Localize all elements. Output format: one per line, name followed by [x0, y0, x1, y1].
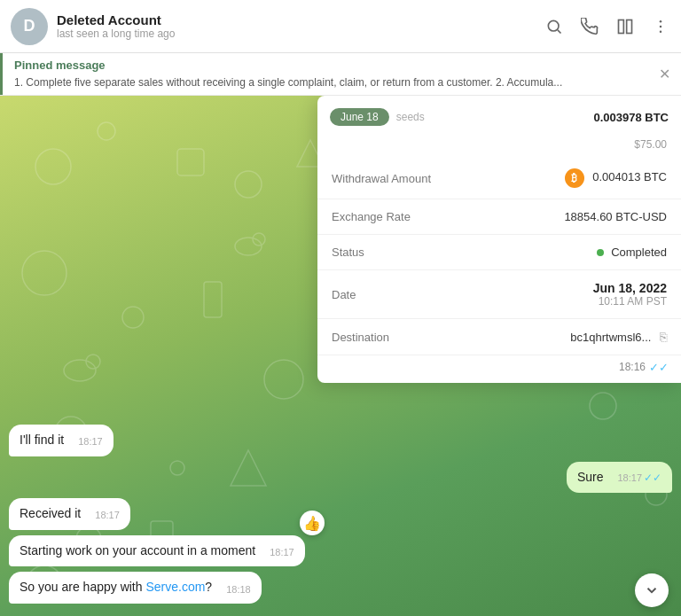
- card-time: 18:16: [619, 361, 646, 374]
- search-icon[interactable]: [544, 17, 564, 36]
- phone-icon[interactable]: [580, 17, 599, 36]
- message-time: 18:18: [226, 583, 251, 597]
- bubble-incoming: Starting work on your account in a momen…: [9, 535, 305, 567]
- svg-rect-3: [627, 19, 632, 33]
- bubble-outgoing: Sure 18:17 ✓✓: [567, 462, 672, 494]
- seeds-label: seeds: [396, 111, 425, 123]
- exchange-value: 18854.60 BTC-USD: [564, 210, 667, 223]
- columns-icon[interactable]: [615, 17, 635, 36]
- status-dot: [597, 249, 604, 256]
- chat-area: June 18 seeds 0.003978 BTC $75.00 Withdr…: [0, 96, 681, 616]
- pinned-text: 1. Complete five separate sales without …: [14, 76, 562, 89]
- exchange-label: Exchange Rate: [332, 210, 411, 223]
- status-value: Completed: [597, 246, 668, 259]
- thumb-reaction: 👍: [300, 511, 325, 535]
- message-time: 18:17: [270, 546, 294, 559]
- close-icon[interactable]: ✕: [652, 66, 670, 82]
- svg-point-5: [660, 25, 662, 27]
- bubble-text: So you are happy with Serve.com?: [20, 579, 212, 597]
- message-row: Sure 18:17 ✓✓: [9, 462, 672, 494]
- more-icon[interactable]: [651, 17, 670, 36]
- read-receipt-icon: ✓✓: [644, 471, 661, 486]
- btc-icon: ₿: [565, 168, 584, 188]
- contact-status: last seen a long time ago: [57, 27, 544, 40]
- card-footer: 18:16 ✓✓: [317, 355, 681, 383]
- serve-link[interactable]: Serve.com: [145, 580, 205, 594]
- destination-label: Destination: [332, 331, 389, 344]
- message-time: 18:17: [78, 435, 103, 448]
- header-actions: [544, 17, 670, 36]
- message-row: So you are happy with Serve.com? 18:18: [9, 572, 672, 604]
- date-row: Date Jun 18, 2022 10:11 AM PST: [317, 270, 681, 319]
- message-row: Received it 18:17: [9, 498, 672, 530]
- contact-name: Deleted Account: [57, 12, 544, 27]
- date-time: 10:11 AM PST: [593, 295, 667, 308]
- top-btc-value: 0.003978 BTC: [593, 111, 669, 124]
- destination-value: bc1qhrtwmsl6... ⎘: [570, 330, 667, 344]
- pinned-label: Pinned message: [14, 58, 652, 72]
- header-info: Deleted Account last seen a long time ag…: [57, 12, 544, 40]
- date-label: Date: [332, 288, 356, 301]
- bubble-incoming: Received it 18:17: [9, 498, 130, 530]
- svg-line-1: [558, 29, 561, 33]
- pinned-message-bar: Pinned message 1. Complete five separate…: [0, 53, 681, 96]
- copy-icon[interactable]: ⎘: [660, 330, 667, 344]
- avatar: D: [11, 8, 48, 45]
- status-row: Status Completed: [317, 235, 681, 270]
- exchange-rate-row: Exchange Rate 18854.60 BTC-USD: [317, 199, 681, 235]
- bubble-text: Starting work on your account in a momen…: [20, 542, 255, 560]
- bubble-text: Received it: [20, 505, 81, 523]
- date-badge: June 18: [330, 108, 389, 126]
- destination-row: Destination bc1qhrtwmsl6... ⎘: [317, 319, 681, 355]
- chat-header: D Deleted Account last seen a long time …: [0, 0, 681, 53]
- svg-point-0: [548, 20, 559, 31]
- svg-rect-2: [619, 19, 624, 33]
- date-value-group: Jun 18, 2022 10:11 AM PST: [593, 281, 667, 308]
- withdrawal-value: ₿ 0.004013 BTC: [565, 168, 667, 188]
- card-date-section: June 18 seeds 0.003978 BTC: [317, 96, 681, 138]
- bubble-incoming: So you are happy with Serve.com? 18:18: [9, 572, 262, 604]
- scroll-down-button[interactable]: [635, 573, 669, 607]
- withdrawal-label: Withdrawal Amount: [332, 172, 431, 185]
- bubble-text: Sure: [577, 469, 604, 487]
- svg-point-4: [660, 19, 662, 22]
- message-row: I'll find it 18:17: [9, 425, 672, 456]
- message-row: Starting work on your account in a momen…: [9, 535, 672, 567]
- bubble-text: I'll find it: [20, 432, 64, 449]
- svg-point-6: [660, 30, 662, 33]
- double-check-icon: ✓✓: [649, 361, 669, 374]
- message-time: 18:17: [617, 472, 642, 485]
- top-usd-value: $75.00: [317, 138, 681, 158]
- bubble-incoming: I'll find it 18:17: [9, 425, 114, 456]
- message-time: 18:17: [95, 509, 120, 522]
- status-label: Status: [332, 246, 364, 259]
- transaction-card: June 18 seeds 0.003978 BTC $75.00 Withdr…: [317, 96, 681, 383]
- withdrawal-row: Withdrawal Amount ₿ 0.004013 BTC: [317, 158, 681, 199]
- date-value: Jun 18, 2022: [593, 281, 667, 295]
